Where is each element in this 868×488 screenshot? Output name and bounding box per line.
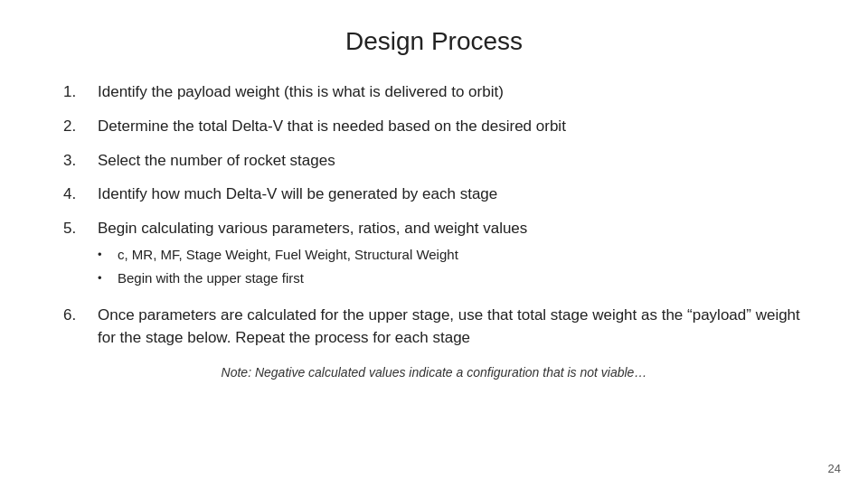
slide-title: Design Process bbox=[63, 27, 805, 56]
note-text: Note: Negative calculated values indicat… bbox=[222, 365, 647, 380]
sub-text-1: c, MR, MF, Stage Weight, Fuel Weight, St… bbox=[118, 245, 458, 264]
page-number: 24 bbox=[828, 462, 841, 475]
sub-list-item: • Begin with the upper stage first bbox=[98, 268, 805, 287]
sub-text-2: Begin with the upper stage first bbox=[118, 268, 304, 287]
list-item: 2. Determine the total Delta-V that is n… bbox=[63, 116, 805, 137]
slide-container: Design Process 1. Identify the payload w… bbox=[0, 0, 868, 488]
content-list: 1. Identify the payload weight (this is … bbox=[63, 81, 805, 349]
list-text-3: Select the number of rocket stages bbox=[98, 150, 805, 172]
sub-list-5: • c, MR, MF, Stage Weight, Fuel Weight, … bbox=[98, 245, 805, 287]
list-text-2: Determine the total Delta-V that is need… bbox=[98, 116, 805, 137]
sub-bullet-icon: • bbox=[98, 268, 118, 286]
list-text-1: Identify the payload weight (this is wha… bbox=[98, 81, 805, 103]
list-number-1: 1. bbox=[63, 81, 98, 103]
list-number-3: 3. bbox=[63, 150, 98, 172]
sub-list-item: • c, MR, MF, Stage Weight, Fuel Weight, … bbox=[98, 245, 805, 264]
list-number-5: 5. bbox=[63, 218, 98, 239]
list-number-4: 4. bbox=[63, 183, 98, 205]
list-text-6: Once parameters are calculated for the u… bbox=[98, 305, 805, 349]
list-text-4: Identify how much Delta-V will be genera… bbox=[98, 183, 805, 205]
list-item: 6. Once parameters are calculated for th… bbox=[63, 305, 805, 349]
list-item: 3. Select the number of rocket stages bbox=[63, 150, 805, 172]
list-number-6: 6. bbox=[63, 305, 98, 326]
sub-bullet-icon: • bbox=[98, 245, 118, 263]
list-number-2: 2. bbox=[63, 116, 98, 137]
list-text-5: Begin calculating various parameters, ra… bbox=[98, 218, 805, 292]
note-section: Note: Negative calculated values indicat… bbox=[63, 365, 805, 380]
list-item: 1. Identify the payload weight (this is … bbox=[63, 81, 805, 103]
list-item: 5. Begin calculating various parameters,… bbox=[63, 218, 805, 292]
list-item: 4. Identify how much Delta-V will be gen… bbox=[63, 183, 805, 205]
